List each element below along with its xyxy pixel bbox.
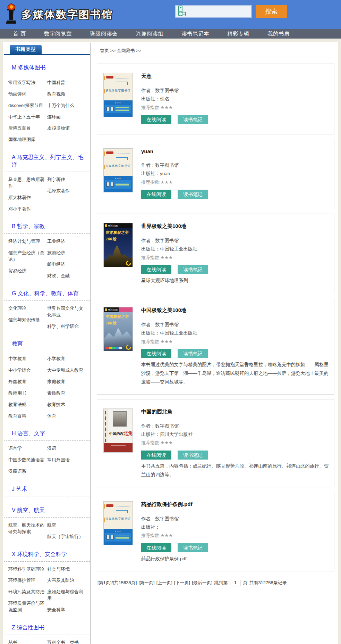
category-link[interactable]: 小学教育 — [47, 353, 86, 365]
category-link[interactable]: 虚拟博物馆 — [47, 123, 86, 134]
nav-item[interactable]: 数字阅览室 — [44, 31, 72, 37]
category-link[interactable]: 中国少数民族语言 — [8, 454, 47, 466]
category-heading[interactable]: X 环境科学、安全科学 — [4, 543, 90, 562]
category-heading[interactable]: G 文化、科学、教育、体育 — [4, 282, 90, 301]
book-title[interactable]: 天意 — [141, 73, 329, 80]
category-link[interactable]: 连环画 — [47, 112, 86, 123]
search-button[interactable]: 搜索 — [255, 5, 287, 18]
category-heading[interactable]: M 多媒体图书 — [4, 56, 90, 75]
category-link[interactable]: 中学教育 — [8, 353, 47, 365]
category-link[interactable]: 邮电经济 — [47, 259, 86, 270]
category-link[interactable]: 航天（宇宙航行） — [47, 531, 86, 543]
book-cover[interactable]: 星球大观世界极致之美100地 — [103, 223, 133, 267]
prev-page-link[interactable]: [上一页] — [156, 580, 172, 586]
category-link[interactable]: 丛书 — [8, 637, 47, 644]
category-link[interactable]: 贸易经济 — [8, 265, 47, 277]
last-page-link[interactable]: [最后一页] — [192, 580, 212, 586]
category-link[interactable]: 信息与知识传播 — [8, 314, 47, 326]
category-link[interactable]: 教育技术 — [47, 399, 86, 411]
category-link[interactable]: 斯大林著作 — [8, 192, 47, 204]
category-link[interactable]: 环境污染及其防治 — [8, 586, 47, 598]
jump-page-input[interactable] — [230, 580, 240, 586]
category-link[interactable]: 汉藏语系 — [8, 466, 47, 477]
logo[interactable]: 多媒体数字图书馆 — [3, 3, 113, 26]
reading-note-button[interactable]: 读书笔记 — [178, 265, 208, 274]
read-online-button[interactable]: 在线阅读 — [141, 451, 171, 460]
book-cover[interactable]: 星球大观中国极致之美100地 — [103, 307, 133, 351]
category-heading[interactable]: J 艺术 — [4, 477, 90, 496]
category-link[interactable]: 世界各国文化与文化事业 — [47, 303, 86, 321]
next-page-link[interactable]: [下一页] — [174, 580, 190, 586]
category-link[interactable]: 文化理论 — [8, 303, 47, 314]
category-link[interactable]: 灾害及其防治 — [47, 575, 86, 586]
category-link[interactable]: 常用外国语 — [47, 454, 86, 466]
category-link[interactable]: 中华上下五千年 — [8, 112, 47, 123]
category-heading[interactable]: A 马克思主义、列宁主义、毛泽 — [4, 146, 90, 172]
category-heading[interactable]: 教育 — [4, 332, 90, 351]
read-online-button[interactable]: 在线阅读 — [141, 543, 171, 552]
read-online-button[interactable]: 在线阅读 — [141, 349, 171, 358]
category-link[interactable]: 信息产业经济（总论） — [8, 247, 47, 265]
book-cover[interactable]: 多媒体数字图书馆●●● — [103, 73, 133, 117]
category-link[interactable]: 素质教育 — [47, 388, 86, 399]
category-link[interactable]: 国家地理图库 — [8, 134, 47, 146]
category-link[interactable]: 列宁著作 — [47, 174, 86, 185]
category-link[interactable]: 教育视频 — [47, 89, 86, 100]
category-link[interactable]: 语言学 — [8, 443, 47, 454]
reading-note-button[interactable]: 读书笔记 — [178, 451, 208, 460]
book-title[interactable]: 中国极致之美100地 — [141, 307, 329, 314]
category-link[interactable]: 唐诗五百首 — [8, 123, 47, 134]
category-link[interactable]: 体育 — [47, 411, 86, 422]
read-online-button[interactable]: 在线阅读 — [141, 265, 171, 274]
category-link[interactable]: 中国科普 — [47, 77, 86, 89]
category-link[interactable]: discover探索节目 — [8, 100, 47, 112]
category-link[interactable]: 科学、科学研究 — [47, 321, 86, 332]
category-link[interactable]: 教师用书 — [8, 388, 47, 399]
first-page-link[interactable]: [第一页] — [138, 580, 154, 586]
reading-note-button[interactable]: 读书笔记 — [178, 190, 208, 199]
search-input[interactable] — [188, 6, 257, 17]
category-link[interactable]: 安全科学 — [47, 604, 86, 616]
book-cover[interactable]: 中国的西北角 — [103, 408, 133, 453]
category-link[interactable]: 经济计划与管理 — [8, 236, 47, 247]
category-link[interactable]: 教育法规 — [8, 399, 47, 411]
category-link[interactable]: 外国教育 — [8, 376, 47, 388]
nav-item[interactable]: 读书笔记本 — [181, 31, 209, 37]
category-link[interactable]: 环境保护管理 — [8, 575, 47, 586]
category-link[interactable]: 工业经济 — [47, 236, 86, 247]
category-link[interactable]: 马克思、恩格斯著作 — [8, 174, 47, 192]
category-link[interactable]: 家庭教育 — [47, 376, 86, 388]
category-link[interactable]: 航空、航天技术的研究与探索 — [8, 520, 47, 538]
book-title[interactable]: 世界极致之美100地 — [141, 223, 329, 230]
category-heading[interactable]: B 哲学、宗教 — [4, 215, 90, 234]
category-link[interactable]: 十万个为什么 — [47, 100, 86, 112]
reading-note-button[interactable]: 读书笔记 — [178, 115, 208, 124]
category-heading[interactable]: H 语言、文字 — [4, 422, 90, 441]
nav-item[interactable]: 我的书房 — [267, 31, 290, 37]
book-title[interactable]: yuan — [141, 148, 329, 154]
book-title[interactable]: 药品行政保护条例.pdf — [141, 501, 329, 508]
category-heading[interactable]: V 航空、航天 — [4, 498, 90, 518]
category-link[interactable]: 旅游经济 — [47, 247, 86, 259]
category-link[interactable]: 环境科学基础理论 — [8, 564, 47, 575]
nav-item[interactable]: 首 页 — [13, 31, 26, 37]
read-online-button[interactable]: 在线阅读 — [141, 190, 171, 199]
category-link[interactable]: 中小学综合 — [8, 365, 47, 376]
category-link[interactable]: 动画诗词 — [8, 89, 47, 100]
category-link[interactable]: 汉语 — [47, 443, 86, 454]
book-cover[interactable]: 多媒体数字图书馆●●● — [103, 148, 133, 192]
reading-note-button[interactable]: 读书笔记 — [178, 543, 208, 552]
category-heading[interactable]: Z 综合性图书 — [4, 616, 90, 635]
book-cover[interactable]: 多媒体数字图书馆●●● — [103, 501, 133, 545]
category-link[interactable]: 财政、金融 — [47, 270, 86, 282]
nav-item[interactable]: 精彩专辑 — [227, 31, 249, 37]
category-link[interactable]: 毛泽东著作 — [47, 185, 86, 197]
category-link[interactable]: 邓小平著作 — [8, 204, 47, 215]
category-link[interactable]: 环境质量评价与环境监测 — [8, 598, 47, 616]
nav-item[interactable]: 班级阅读会 — [90, 31, 118, 37]
read-online-button[interactable]: 在线阅读 — [141, 115, 171, 124]
category-link[interactable]: 常用汉字写法 — [8, 77, 47, 89]
category-link[interactable]: 废物处理与综合利用 — [47, 586, 86, 604]
category-link[interactable]: 社会与环境 — [47, 564, 86, 575]
nav-item[interactable]: 兴趣阅读组 — [136, 31, 163, 37]
